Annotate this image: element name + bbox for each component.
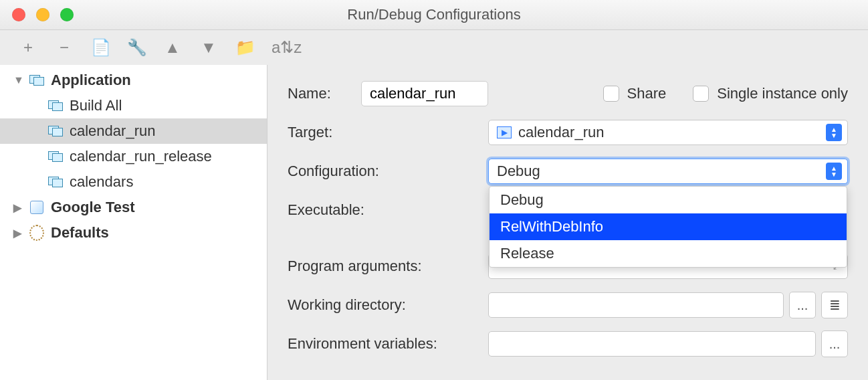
list-button[interactable]: ≣ (821, 292, 848, 318)
window-title: Run/Debug Configurations (0, 6, 868, 23)
tree-node-google-test[interactable]: ▶ Google Test (0, 195, 267, 220)
move-down-button[interactable]: ▼ (199, 39, 218, 56)
tree-item-calendar-run-release[interactable]: calendar_run_release (0, 144, 267, 169)
target-value: calendar_run (518, 124, 604, 141)
dropdown-option-relwithdebinfo[interactable]: RelWithDebInfo (490, 213, 847, 240)
tree-item-build-all[interactable]: Build All (0, 93, 267, 118)
share-checkbox[interactable]: Share (603, 85, 667, 102)
dropdown-option-release[interactable]: Release (490, 240, 847, 267)
remove-button[interactable]: − (55, 39, 74, 56)
sort-button[interactable]: a⇅z (272, 39, 290, 56)
name-input[interactable] (361, 81, 488, 106)
application-icon (48, 100, 63, 111)
configuration-label: Configuration: (288, 163, 488, 180)
program-arguments-label: Program arguments: (288, 258, 488, 275)
application-icon (48, 126, 63, 136)
tree-label: Google Test (51, 199, 135, 216)
gear-icon (29, 225, 44, 241)
configuration-value: Debug (497, 163, 540, 180)
single-instance-label: Single instance only (717, 85, 848, 102)
application-icon (48, 177, 63, 187)
executable-label: Executable: (288, 201, 488, 219)
tree-node-defaults[interactable]: ▶ Defaults (0, 220, 267, 246)
tree-label: Application (51, 72, 131, 89)
tree-item-calendar-run[interactable]: calendar_run (0, 118, 267, 144)
working-directory-label: Working directory: (288, 296, 488, 314)
share-label: Share (627, 85, 667, 102)
dropdown-option-debug[interactable]: Debug (490, 187, 847, 213)
target-label: Target: (288, 124, 488, 141)
edit-env-button[interactable]: ... (821, 330, 848, 357)
config-tree: ▼ Application Build All calendar_run cal… (0, 65, 267, 380)
configuration-select[interactable]: Debug ▲▼ Debug RelWithDebInfo Release (488, 159, 848, 184)
disclosure-right-icon: ▶ (13, 201, 23, 214)
tree-label: calendar_run (70, 122, 155, 140)
checkbox-icon (603, 86, 619, 102)
add-button[interactable]: + (19, 39, 37, 56)
tree-label: calendars (70, 173, 133, 191)
configuration-dropdown: Debug RelWithDebInfo Release (489, 186, 847, 268)
toolbar: + − 📄 🔧 ▲ ▼ 📁 a⇅z (0, 30, 868, 65)
working-directory-input[interactable] (488, 292, 784, 318)
disclosure-right-icon: ▶ (13, 227, 23, 240)
move-up-button[interactable]: ▲ (163, 39, 182, 56)
browse-button[interactable]: ... (789, 292, 816, 318)
stepper-icon: ▲▼ (826, 163, 842, 180)
application-icon (29, 75, 44, 86)
checkbox-icon (693, 86, 709, 102)
name-label: Name: (288, 85, 361, 102)
tree-node-application[interactable]: ▼ Application (0, 68, 267, 93)
tree-label: Build All (70, 97, 122, 114)
copy-button[interactable]: 📄 (91, 39, 110, 56)
edit-button[interactable]: 🔧 (127, 39, 146, 56)
environment-variables-label: Environment variables: (288, 335, 488, 353)
environment-variables-input[interactable] (488, 331, 816, 357)
google-test-icon (30, 201, 43, 214)
single-instance-checkbox[interactable]: Single instance only (693, 85, 848, 102)
target-icon: ▶ (497, 126, 512, 138)
tree-label: calendar_run_release (70, 148, 212, 165)
target-select[interactable]: ▶ calendar_run ▲▼ (488, 120, 848, 145)
title-bar: Run/Debug Configurations (0, 0, 868, 30)
tree-item-calendars[interactable]: calendars (0, 169, 267, 195)
tree-label: Defaults (51, 224, 109, 242)
folder-button[interactable]: 📁 (235, 39, 254, 56)
disclosure-down-icon: ▼ (13, 74, 23, 86)
application-icon (48, 151, 63, 162)
config-form: Name: Share Single instance only Target:… (267, 65, 868, 380)
stepper-icon: ▲▼ (826, 124, 842, 141)
